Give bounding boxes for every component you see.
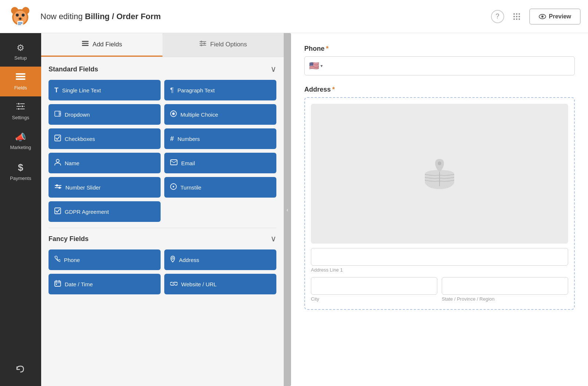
- single-line-icon: T: [54, 86, 58, 94]
- svg-rect-47: [171, 160, 177, 165]
- field-btn-datetime-label: Date / Time: [65, 281, 93, 287]
- fields-icon: [15, 72, 26, 83]
- address-label: Address *: [304, 86, 575, 93]
- website-icon: [170, 280, 178, 288]
- field-btn-phone[interactable]: Phone: [49, 249, 161, 270]
- svg-point-14: [519, 13, 520, 15]
- address-section: Address Line 1 City State / Province / R…: [304, 97, 575, 310]
- form-preview: Phone * 🇺🇸 ▾ Address *: [291, 33, 588, 386]
- svg-point-40: [200, 45, 202, 46]
- field-btn-email[interactable]: Email: [164, 153, 276, 173]
- tab-field-options-label: Field Options: [210, 41, 247, 48]
- number-slider-icon: [54, 184, 62, 191]
- phone-icon: [54, 256, 60, 264]
- turnstile-icon: ?: [170, 183, 177, 192]
- svg-point-46: [56, 159, 59, 162]
- phone-field-group: Phone * 🇺🇸 ▾: [304, 45, 575, 75]
- page-title: Now editing Billing / Order Form: [40, 12, 491, 21]
- field-btn-phone-label: Phone: [64, 257, 80, 263]
- field-btn-gdpr[interactable]: GDPR Agreement: [49, 201, 161, 222]
- sidebar-label-settings: Settings: [12, 115, 29, 120]
- flag-emoji: 🇺🇸: [309, 61, 319, 71]
- help-button[interactable]: ?: [491, 10, 504, 23]
- settings-icon: [16, 102, 25, 113]
- flag-selector[interactable]: 🇺🇸 ▾: [309, 61, 323, 71]
- field-btn-checkboxes[interactable]: Checkboxes: [49, 128, 161, 149]
- field-btn-multiple-choice[interactable]: Multiple Choice: [164, 104, 276, 125]
- phone-input-wrapper[interactable]: 🇺🇸 ▾: [304, 56, 575, 75]
- field-btn-number-slider-label: Number Slider: [65, 184, 101, 191]
- setup-icon: ⚙: [17, 43, 25, 53]
- address-line1-hint: Address Line 1: [311, 267, 568, 273]
- svg-point-63: [438, 162, 441, 165]
- svg-point-4: [16, 14, 19, 17]
- tab-field-options[interactable]: Field Options: [162, 33, 284, 57]
- panel-content: Standard Fields ∨ T Single Line Text ¶ P…: [41, 57, 284, 386]
- svg-point-51: [58, 187, 61, 189]
- sidebar-label-setup: Setup: [14, 55, 27, 61]
- sidebar-item-payments[interactable]: $ Payments: [0, 156, 41, 187]
- svg-point-56: [172, 257, 174, 259]
- field-btn-email-label: Email: [181, 160, 195, 166]
- standard-fields-toggle[interactable]: ∨: [270, 64, 276, 74]
- dropdown-icon: [54, 111, 61, 118]
- field-btn-number-slider[interactable]: Number Slider: [49, 177, 161, 198]
- email-icon: [170, 159, 178, 167]
- svg-point-38: [203, 43, 205, 45]
- panel: Add Fields Field Options: [41, 33, 284, 386]
- svg-rect-32: [82, 41, 89, 42]
- field-btn-turnstile[interactable]: ? Turnstile: [164, 177, 276, 198]
- field-btn-dropdown-label: Dropdown: [65, 111, 90, 118]
- svg-rect-34: [82, 45, 89, 46]
- address-field-group: Address *: [304, 86, 575, 310]
- field-btn-numbers[interactable]: # Numbers: [164, 128, 276, 149]
- preview-button[interactable]: Preview: [529, 8, 581, 25]
- sidebar-item-marketing[interactable]: 📣 Marketing: [0, 126, 41, 156]
- grid-button[interactable]: [510, 10, 523, 23]
- address-row: City State / Province / Region: [311, 277, 568, 302]
- fancy-fields-header: Fancy Fields ∨: [49, 234, 276, 244]
- state-field: State / Province / Region: [442, 277, 568, 302]
- field-btn-address[interactable]: Address: [164, 249, 276, 270]
- sidebar-bottom: [12, 359, 29, 386]
- svg-rect-24: [16, 76, 25, 77]
- fancy-fields-toggle[interactable]: ∨: [270, 234, 276, 244]
- svg-rect-25: [16, 78, 25, 80]
- field-btn-single-line[interactable]: T Single Line Text: [49, 80, 161, 100]
- svg-point-13: [516, 13, 517, 15]
- field-btn-paragraph[interactable]: ¶ Paragraph Text: [164, 80, 276, 100]
- tab-add-fields[interactable]: Add Fields: [41, 33, 162, 57]
- svg-rect-57: [55, 281, 61, 286]
- field-btn-multiple-choice-label: Multiple Choice: [180, 111, 218, 118]
- paragraph-icon: ¶: [170, 86, 174, 94]
- state-input[interactable]: [442, 277, 568, 295]
- sidebar-item-fields[interactable]: Fields: [0, 67, 41, 96]
- field-btn-website[interactable]: Website / URL: [164, 274, 276, 294]
- fancy-fields-title: Fancy Fields: [49, 235, 89, 243]
- flag-caret: ▾: [320, 63, 323, 68]
- svg-point-27: [18, 103, 20, 105]
- svg-point-29: [21, 105, 24, 107]
- sidebar-item-setup[interactable]: ⚙ Setup: [0, 37, 41, 67]
- field-btn-dropdown[interactable]: Dropdown: [49, 104, 161, 125]
- marketing-icon: 📣: [15, 132, 26, 142]
- field-btn-numbers-label: Numbers: [178, 136, 200, 142]
- undo-button[interactable]: [12, 359, 29, 380]
- datetime-icon: [54, 280, 61, 288]
- svg-point-18: [513, 18, 515, 20]
- field-btn-datetime[interactable]: Date / Time: [49, 274, 161, 294]
- city-input[interactable]: [311, 277, 437, 295]
- field-btn-name[interactable]: Name: [49, 153, 161, 173]
- address-line1-input[interactable]: [311, 248, 568, 266]
- field-btn-single-line-label: Single Line Text: [62, 87, 101, 93]
- sidebar: ⚙ Setup Fields: [0, 33, 41, 386]
- field-options-tab-icon: [199, 40, 207, 48]
- panel-tabs: Add Fields Field Options: [41, 33, 284, 57]
- field-btn-website-label: Website / URL: [181, 281, 216, 287]
- svg-point-17: [519, 16, 520, 17]
- svg-point-19: [516, 18, 517, 20]
- name-icon: [54, 159, 61, 167]
- panel-collapse-handle[interactable]: ‹: [284, 33, 291, 386]
- field-btn-paragraph-label: Paragraph Text: [178, 87, 215, 93]
- sidebar-item-settings[interactable]: Settings: [0, 96, 41, 126]
